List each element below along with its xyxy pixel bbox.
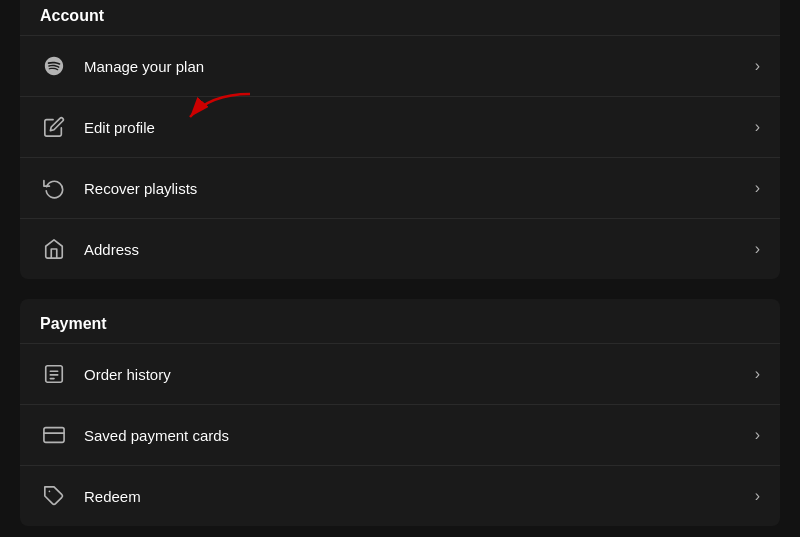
order-history-left: Order history xyxy=(40,360,171,388)
edit-profile-item[interactable]: Edit profile › xyxy=(20,96,780,157)
saved-payment-cards-left: Saved payment cards xyxy=(40,421,229,449)
order-history-chevron: › xyxy=(755,365,760,383)
manage-plan-label: Manage your plan xyxy=(84,58,204,75)
recover-playlists-chevron: › xyxy=(755,179,760,197)
address-chevron: › xyxy=(755,240,760,258)
settings-container: Account Manage your plan › xyxy=(20,0,780,537)
spotify-icon xyxy=(40,52,68,80)
edit-profile-chevron: › xyxy=(755,118,760,136)
saved-payment-cards-item[interactable]: Saved payment cards › xyxy=(20,404,780,465)
pencil-icon xyxy=(40,113,68,141)
edit-profile-label: Edit profile xyxy=(84,119,155,136)
arrow-annotation xyxy=(180,89,260,133)
tag-icon xyxy=(40,482,68,510)
redeem-left: Redeem xyxy=(40,482,141,510)
recover-playlists-left: Recover playlists xyxy=(40,174,197,202)
edit-profile-left: Edit profile xyxy=(40,113,155,141)
card-icon xyxy=(40,421,68,449)
account-section-title: Account xyxy=(20,0,780,35)
redeem-label: Redeem xyxy=(84,488,141,505)
address-left: Address xyxy=(40,235,139,263)
svg-rect-1 xyxy=(46,366,63,383)
redeem-chevron: › xyxy=(755,487,760,505)
svg-rect-5 xyxy=(44,428,64,443)
order-history-item[interactable]: Order history › xyxy=(20,343,780,404)
saved-payment-cards-label: Saved payment cards xyxy=(84,427,229,444)
payment-section-title: Payment xyxy=(20,299,780,343)
recover-playlists-label: Recover playlists xyxy=(84,180,197,197)
address-label: Address xyxy=(84,241,139,258)
refresh-icon xyxy=(40,174,68,202)
redeem-item[interactable]: Redeem › xyxy=(20,465,780,526)
recover-playlists-item[interactable]: Recover playlists › xyxy=(20,157,780,218)
account-section: Account Manage your plan › xyxy=(20,0,780,279)
manage-plan-item[interactable]: Manage your plan › xyxy=(20,35,780,96)
manage-plan-chevron: › xyxy=(755,57,760,75)
home-icon xyxy=(40,235,68,263)
order-history-label: Order history xyxy=(84,366,171,383)
list-icon xyxy=(40,360,68,388)
address-item[interactable]: Address › xyxy=(20,218,780,279)
manage-plan-left: Manage your plan xyxy=(40,52,204,80)
saved-payment-cards-chevron: › xyxy=(755,426,760,444)
payment-section: Payment Order history › xyxy=(20,299,780,526)
